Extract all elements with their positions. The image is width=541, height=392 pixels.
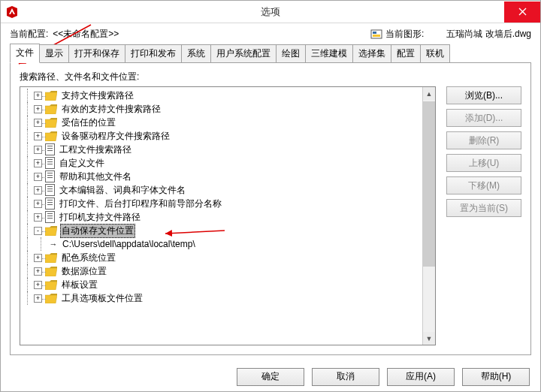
dialog-button[interactable]: 帮助(H)	[462, 368, 530, 386]
tab-3[interactable]: 打印和发布	[125, 44, 182, 62]
tree-caption: 搜索路径、文件名和文件位置:	[20, 71, 521, 83]
tree-item[interactable]: +工程文件搜索路径	[20, 143, 435, 156]
scroll-down-button[interactable]: ▼	[423, 332, 435, 345]
titlebar: 选项	[1, 1, 540, 23]
files-tab-panel: 搜索路径、文件名和文件位置: +支持文件搜索路径+有效的支持文件搜索路径+受信任…	[10, 62, 531, 355]
profile-info-row: 当前配置: <<未命名配置>> 当前图形: 五瑞尚城 改墙后.dwg	[1, 23, 540, 44]
tab-6[interactable]: 绘图	[276, 44, 306, 62]
side-button-column: 浏览(B)...添加(D)...删除(R)上移(U)下移(M)置为当前(S)	[446, 86, 521, 345]
side-button: 置为当前(S)	[446, 199, 521, 217]
expander-icon[interactable]: +	[34, 267, 42, 276]
tree-item[interactable]: +配色系统位置	[20, 251, 435, 264]
side-button[interactable]: 浏览(B)...	[446, 86, 521, 104]
dialog-button[interactable]: 取消	[312, 368, 379, 386]
document-icon	[45, 198, 55, 210]
side-button: 上移(U)	[446, 154, 521, 172]
expander-icon[interactable]: +	[34, 186, 42, 194]
file-paths-tree[interactable]: +支持文件搜索路径+有效的支持文件搜索路径+受信任的位置+设备驱动程序文件搜索路…	[20, 86, 436, 345]
app-icon	[5, 5, 19, 19]
tab-0[interactable]: 文件	[10, 44, 40, 63]
expander-icon[interactable]: +	[34, 213, 42, 222]
side-button: 删除(R)	[446, 131, 521, 149]
tree-item[interactable]: -自动保存文件位置	[20, 224, 435, 237]
dialog-button[interactable]: 确定	[237, 368, 304, 386]
expander-icon[interactable]: +	[34, 146, 42, 154]
document-icon	[45, 211, 55, 223]
tab-9[interactable]: 配置	[391, 44, 421, 62]
tree-child-path[interactable]: →C:\Users\dell\appdata\local\temp\	[20, 237, 435, 251]
tab-1[interactable]: 显示	[39, 44, 69, 62]
arrow-icon: →	[47, 240, 59, 249]
tab-8[interactable]: 选择集	[352, 44, 391, 62]
svg-rect-1	[373, 32, 376, 34]
side-button: 添加(D)...	[446, 109, 521, 127]
tree-item[interactable]: +数据源位置	[20, 264, 435, 278]
current-profile-label: 当前配置:	[10, 28, 48, 41]
tree-item[interactable]: +打印机支持文件路径	[20, 210, 435, 224]
expander-icon[interactable]: +	[34, 200, 42, 208]
tree-item[interactable]: +帮助和其他文件名	[20, 170, 435, 183]
scroll-thumb[interactable]	[423, 101, 435, 267]
tree-item[interactable]: +支持文件搜索路径	[20, 89, 435, 102]
expander-icon[interactable]: +	[34, 132, 42, 140]
close-button[interactable]	[504, 2, 540, 23]
expander-icon[interactable]: +	[34, 105, 42, 113]
current-drawing-value: 五瑞尚城 改墙后.dwg	[446, 28, 531, 41]
tree-item[interactable]: +工具选项板文件位置	[20, 291, 435, 305]
document-icon	[45, 143, 55, 155]
tab-4[interactable]: 系统	[181, 44, 211, 62]
tab-5[interactable]: 用户系统配置	[210, 44, 277, 62]
tab-2[interactable]: 打开和保存	[68, 44, 125, 62]
tree-item[interactable]: +打印文件、后台打印程序和前导部分名称	[20, 197, 435, 210]
dialog-button[interactable]: 应用(A)	[387, 368, 455, 386]
current-profile-value: <<未命名配置>>	[53, 28, 119, 41]
expander-icon[interactable]: -	[34, 227, 42, 235]
tree-item[interactable]: +有效的支持文件搜索路径	[20, 102, 435, 116]
expander-icon[interactable]: +	[34, 119, 42, 127]
expander-icon[interactable]: +	[34, 254, 42, 262]
document-icon	[45, 157, 55, 169]
tab-7[interactable]: 三维建模	[305, 44, 353, 62]
window-title: 选项	[261, 5, 280, 19]
expander-icon[interactable]: +	[34, 173, 42, 181]
svg-rect-2	[373, 35, 380, 37]
side-button: 下移(M)	[446, 176, 521, 194]
scroll-up-button[interactable]: ▲	[423, 87, 435, 100]
drawing-icon	[370, 28, 382, 40]
tab-strip: 文件显示打开和保存打印和发布系统用户系统配置绘图三维建模选择集配置联机	[1, 44, 540, 62]
dialog-button-row: 确定取消应用(A)帮助(H)	[1, 361, 540, 391]
tree-item[interactable]: +设备驱动程序文件搜索路径	[20, 129, 435, 143]
tree-item[interactable]: +文本编辑器、词典和字体文件名	[20, 183, 435, 197]
expander-icon[interactable]: +	[34, 159, 42, 167]
current-drawing-label: 当前图形:	[385, 28, 424, 41]
options-dialog: 选项 当前配置: <<未命名配置>> 当前图形: 五瑞尚城 改墙后.dwg 文件…	[0, 0, 541, 392]
document-icon	[45, 184, 55, 196]
tree-item[interactable]: +受信任的位置	[20, 116, 435, 129]
tab-10[interactable]: 联机	[420, 44, 450, 62]
tree-item[interactable]: +样板设置	[20, 278, 435, 291]
expander-icon[interactable]: +	[34, 92, 42, 100]
vertical-scrollbar[interactable]: ▲ ▼	[422, 87, 435, 345]
svg-rect-0	[371, 30, 382, 38]
tree-item[interactable]: +自定义文件	[20, 156, 435, 170]
expander-icon[interactable]: +	[34, 281, 42, 289]
document-icon	[45, 170, 55, 182]
expander-icon[interactable]: +	[34, 294, 42, 303]
